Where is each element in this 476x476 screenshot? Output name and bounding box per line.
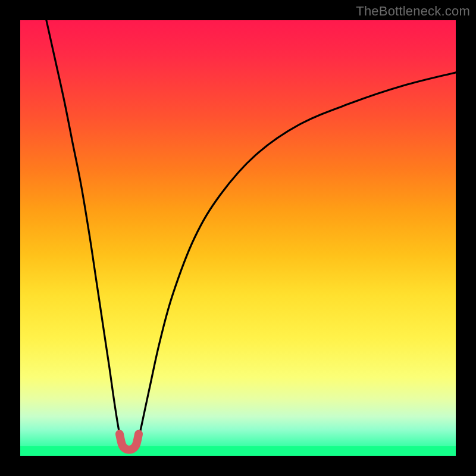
watermark-text: TheBottleneck.com (356, 4, 470, 19)
chart-frame: TheBottleneck.com (0, 0, 476, 476)
trough-marker (120, 434, 139, 449)
chart-svg (20, 20, 456, 456)
plot-area (20, 20, 456, 456)
left-curve (46, 20, 122, 445)
right-curve (136, 73, 456, 445)
